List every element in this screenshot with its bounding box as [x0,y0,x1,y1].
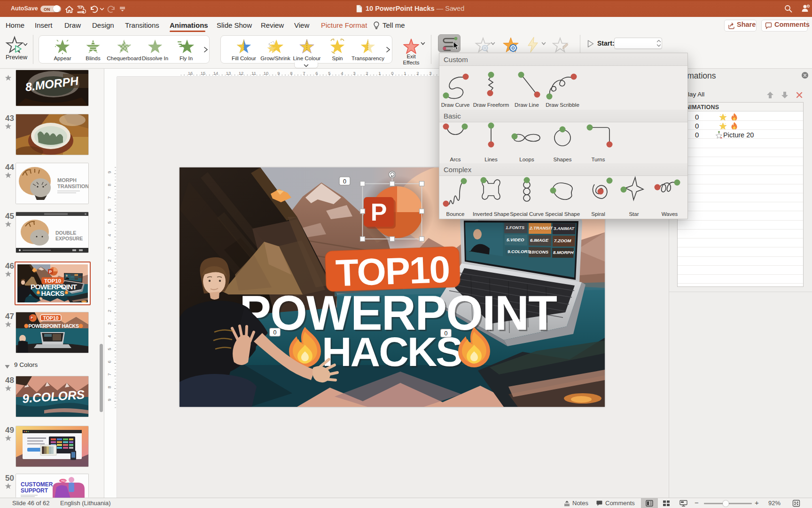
svg-text:0: 0 [273,329,277,336]
svg-text:P: P [31,316,33,319]
svg-text:EXPOSURE: EXPOSURE [55,236,83,241]
svg-text:8.MORPH: 8.MORPH [553,250,574,255]
svg-text:POWERPOINT HACKS: POWERPOINT HACKS [28,323,79,329]
svg-text:8: 8 [107,386,112,388]
svg-text:2: 2 [107,259,112,262]
svg-text:6: 6 [315,71,318,76]
svg-text:DOUBLE: DOUBLE [55,230,76,236]
svg-text:5: 5 [107,348,112,350]
svg-text:0: 0 [107,285,112,287]
svg-text:HACKS: HACKS [41,290,64,297]
svg-text:9.COLORS: 9.COLORS [508,249,531,254]
svg-text:7: 7 [107,196,112,198]
svg-text:CUSTOMER: CUSTOMER [21,481,53,488]
svg-text:HELLO: HELLO [61,479,69,482]
svg-text:1: 1 [404,71,406,76]
svg-text:8: 8 [290,71,292,76]
svg-text:7: 7 [303,71,305,76]
svg-text:12: 12 [239,71,244,76]
svg-text:0: 0 [391,71,393,76]
svg-text:7: 7 [107,373,112,375]
svg-text:3.ANIMAT: 3.ANIMAT [554,226,575,231]
svg-text:13: 13 [226,71,231,76]
svg-text:6: 6 [107,208,112,211]
svg-text:16: 16 [188,71,193,76]
svg-text:0: 0 [445,330,448,337]
svg-text:5: 5 [107,221,112,223]
svg-text:4: 4 [107,234,112,236]
svg-text:6.IMAGE: 6.IMAGE [530,238,549,243]
svg-text:2: 2 [366,71,368,76]
svg-text:3: 3 [107,322,112,325]
svg-text:5.VIDEO: 5.VIDEO [507,237,524,242]
svg-text:2: 2 [416,71,419,76]
svg-text:P: P [49,270,52,274]
svg-text:2: 2 [107,310,112,312]
svg-text:3: 3 [429,71,431,76]
svg-text:10: 10 [264,71,269,76]
svg-text:TRANSITION: TRANSITION [57,183,88,189]
svg-text:MORPH: MORPH [57,177,77,183]
svg-text:11: 11 [251,71,256,76]
svg-text:1: 1 [107,297,112,300]
svg-text:SUPPORT: SUPPORT [21,487,48,494]
svg-text:0: 0 [343,178,346,185]
svg-text:2.TRANSIT: 2.TRANSIT [529,225,553,230]
svg-text:5: 5 [328,71,330,76]
svg-text:1: 1 [378,71,381,76]
svg-text:6: 6 [107,360,112,363]
svg-text:14: 14 [213,71,219,76]
svg-text:10!CONS: 10!CONS [529,249,549,254]
svg-text:9: 9 [107,398,112,401]
svg-text:9: 9 [107,171,112,173]
svg-text:9: 9 [277,71,280,76]
svg-text:1: 1 [107,272,112,274]
svg-text:1.FONTS: 1.FONTS [506,225,525,230]
svg-text:TOP10: TOP10 [43,315,58,321]
svg-text:8: 8 [107,183,112,186]
svg-text:3: 3 [107,246,112,249]
svg-text:4: 4 [341,71,343,76]
svg-text:15: 15 [201,71,206,76]
svg-text:P: P [371,198,387,226]
svg-text:3: 3 [353,71,355,76]
svg-text:7.ZOOM: 7.ZOOM [554,238,572,243]
svg-text:4: 4 [107,335,112,337]
